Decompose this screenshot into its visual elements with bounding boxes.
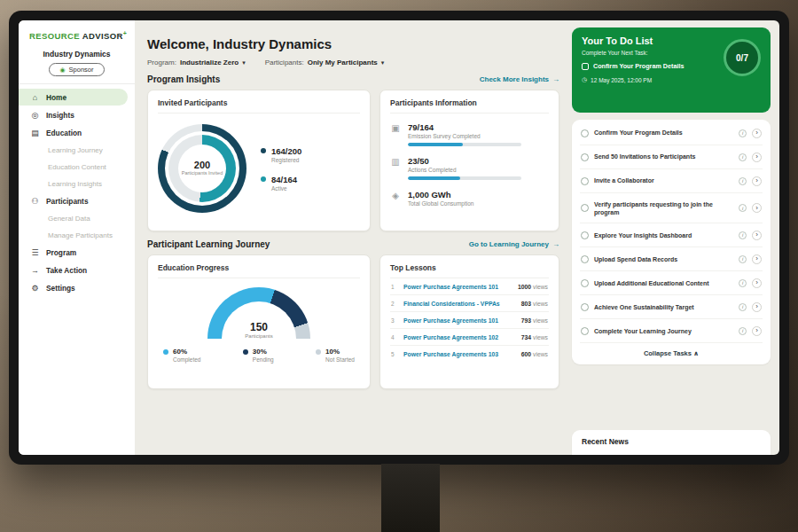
chevron-right-icon[interactable]: › [752, 326, 762, 336]
lesson-views: 803 views [521, 301, 548, 307]
lesson-rank: 1 [391, 284, 397, 290]
sidebar-item-manage-participants[interactable]: Manage Participants [19, 227, 128, 243]
task-row: Send 50 Invitations to Participantsi› [580, 145, 763, 169]
task-label: Send 50 Invitations to Participants [594, 153, 733, 160]
registered-value: 164/200 [271, 146, 301, 156]
program-filter[interactable]: Program: Industrialize Zero ▾ [147, 59, 246, 66]
task-checkbox[interactable] [581, 255, 589, 263]
legend-dot [316, 349, 321, 355]
task-label: Explore Your Insights Dashboard [594, 231, 733, 239]
chevron-right-icon[interactable]: › [752, 129, 762, 138]
sidebar-item-settings[interactable]: ⚙Settings [19, 279, 128, 296]
lesson-link[interactable]: Financial Considerations - VPPAs [403, 301, 515, 307]
lesson-views: 1000 views [518, 284, 548, 290]
task-row: Upload Additional Educational Contenti› [580, 271, 763, 295]
todo-summary-card: Your To Do List Complete Your Next Task:… [572, 27, 771, 113]
sidebar-item-label: Education Content [48, 163, 106, 171]
top-lessons-list: 1Power Purchase Agreements 1011000 views… [390, 278, 549, 362]
recent-news-header[interactable]: Recent News [572, 430, 771, 455]
lesson-link[interactable]: Power Purchase Agreements 103 [403, 351, 515, 357]
consumption-icon: ◈ [390, 190, 401, 207]
task-checkbox[interactable] [581, 279, 589, 287]
legend-dot [163, 349, 168, 355]
legend-active: 84/164 Active [261, 175, 301, 192]
legend-pct: 10% [325, 348, 355, 356]
chevron-right-icon[interactable]: › [752, 153, 762, 162]
task-checkbox[interactable] [581, 303, 589, 311]
chevron-up-icon: ∧ [693, 349, 699, 357]
task-label: Achieve One Sustainability Target [594, 303, 733, 311]
chevron-right-icon[interactable]: › [752, 278, 762, 288]
chevron-right-icon[interactable]: › [752, 203, 762, 213]
views-unit: views [533, 334, 548, 340]
sponsor-badge[interactable]: ◉ Sponsor [49, 63, 104, 76]
gauge-legend-entry: 30%Pending [243, 348, 274, 363]
sidebar-item-learning-insights[interactable]: Learning Insights [19, 176, 128, 192]
task-checkbox[interactable] [581, 129, 589, 137]
info-icon: i [739, 303, 747, 311]
lesson-link[interactable]: Power Purchase Agreements 101 [403, 317, 515, 324]
home-icon: ⌂ [30, 93, 40, 102]
sidebar-item-insights[interactable]: ◎Insights [19, 106, 128, 123]
sidebar-item-take-action[interactable]: →Take Action [19, 262, 128, 278]
active-label: Active [271, 185, 297, 192]
program-filter-value: Industrialize Zero [180, 59, 239, 66]
todo-next-task-label: Confirm Your Program Details [593, 62, 684, 70]
task-checkbox[interactable] [581, 231, 589, 239]
sidebar-item-education[interactable]: ▤Education [19, 124, 128, 141]
logo-plus: + [123, 30, 128, 36]
lesson-link[interactable]: Power Purchase Agreements 101 [403, 284, 512, 290]
participants-filter-value: Only My Participants [308, 59, 378, 66]
task-checkbox[interactable] [581, 327, 589, 335]
participants-filter[interactable]: Participants: Only My Participants ▾ [265, 59, 385, 66]
settings-icon: ⚙ [30, 284, 40, 293]
participants-filter-label: Participants: [265, 59, 304, 66]
program-icon: ☰ [30, 248, 40, 257]
go-to-learning-journey-link[interactable]: Go to Learning Journey → [469, 240, 559, 248]
sidebar-item-label: Education [46, 129, 82, 137]
section-title: Participant Learning Journey [147, 239, 270, 249]
chevron-right-icon[interactable]: › [752, 231, 762, 240]
sidebar-item-participants[interactable]: ⚇Participants [19, 192, 128, 209]
task-checkbox[interactable] [581, 204, 589, 212]
check-more-insights-link[interactable]: Check More Insights → [480, 75, 559, 83]
sidebar-item-home[interactable]: ⌂Home [19, 89, 128, 106]
task-row: Achieve One Sustainability Targeti› [580, 295, 763, 319]
survey-icon: ▣ [390, 122, 401, 146]
lesson-link[interactable]: Power Purchase Agreements 102 [403, 334, 515, 340]
sidebar-item-label: Learning Insights [48, 180, 102, 188]
sidebar-item-general-data[interactable]: General Data [19, 210, 128, 226]
lesson-rank: 2 [391, 301, 397, 307]
task-checkbox[interactable] [581, 177, 589, 185]
insights-cards-row: Invited Participants 200 Participants In… [147, 90, 559, 231]
legend-pct: 30% [253, 348, 274, 356]
sidebar-item-learning-journey[interactable]: Learning Journey [19, 142, 128, 158]
sidebar-item-label: Program [46, 248, 76, 257]
recent-news-label: Recent News [582, 437, 629, 446]
chevron-right-icon[interactable]: › [752, 254, 762, 264]
checkbox-icon[interactable] [582, 63, 589, 70]
filters-row: Program: Industrialize Zero ▾ Participan… [147, 59, 559, 66]
task-checkbox[interactable] [581, 153, 589, 161]
task-row: Invite a Collaboratori› [580, 169, 763, 193]
task-label: Upload Additional Educational Content [594, 279, 733, 287]
chevron-right-icon[interactable]: › [752, 176, 762, 186]
gauge-value: 150 [207, 321, 310, 333]
card-title: Participants Information [390, 98, 549, 113]
app-screen: RESOURCE ADVISOR+ Industry Dynamics ◉ Sp… [19, 20, 779, 455]
logo-text-primary: RESOURCE [29, 31, 80, 41]
card-title: Invited Participants [158, 98, 360, 113]
todo-next-task[interactable]: Confirm Your Program Details [582, 62, 715, 70]
sidebar-item-education-content[interactable]: Education Content [19, 159, 128, 175]
arrow-right-icon: → [552, 240, 559, 248]
chevron-right-icon[interactable]: › [752, 302, 762, 312]
collapse-tasks-link[interactable]: Collapse Tasks ∧ [580, 343, 763, 361]
education-progress-card: Education Progress 150 Participants 60%C… [147, 254, 371, 389]
donut-caption: Participants Invited [182, 170, 223, 176]
legend-label: Not Started [325, 356, 355, 363]
task-label: Upload Spend Data Records [594, 255, 733, 263]
sidebar-item-program[interactable]: ☰Program [19, 244, 128, 261]
sidebar-item-label: Settings [46, 284, 75, 293]
sidebar-item-label: Take Action [46, 266, 87, 275]
info-icon: i [739, 279, 747, 287]
